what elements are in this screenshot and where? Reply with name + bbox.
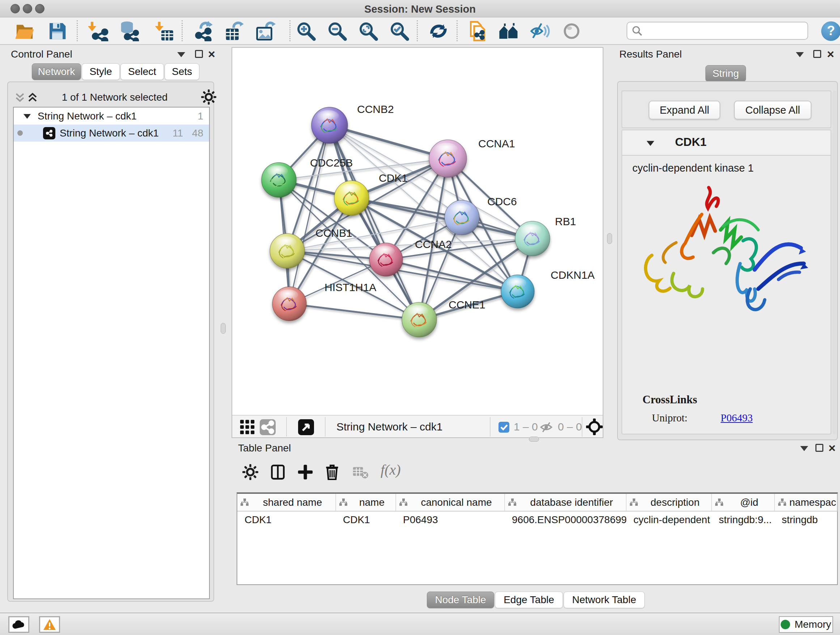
tab-node-table[interactable]: Node Table — [427, 592, 494, 608]
export-table-icon[interactable] — [224, 21, 245, 41]
search-input[interactable] — [627, 22, 808, 40]
collapse-all-icon[interactable] — [15, 92, 25, 103]
crosslink-value-link[interactable]: P06493 — [721, 432, 753, 434]
table-row[interactable]: CDK1 CDK1 P06493 9606.ENSP00000378699 cy… — [237, 511, 837, 528]
node-table-grid[interactable]: shared name name canonical name database… — [237, 494, 837, 528]
toolbar-separator — [289, 20, 291, 41]
column-header[interactable]: @id — [712, 494, 775, 511]
delete-table-icon[interactable] — [352, 466, 368, 479]
column-header[interactable]: shared name — [237, 494, 336, 511]
add-column-icon[interactable] — [297, 464, 313, 480]
tree-expand-icon[interactable] — [23, 113, 31, 119]
network-edge-rb1-ccna2[interactable] — [386, 239, 532, 260]
delete-column-icon[interactable] — [324, 464, 340, 480]
network-row-selected[interactable]: String Network – cdk1 11 48 — [14, 125, 209, 141]
open-session-icon[interactable] — [14, 21, 35, 41]
left-splitter-handle[interactable] — [221, 323, 226, 334]
results-panel-float-icon[interactable] — [813, 50, 821, 58]
network-node-ccne1[interactable] — [402, 302, 437, 337]
function-builder-icon[interactable]: f(x) — [381, 461, 401, 478]
network-node-ccnb2[interactable] — [311, 107, 347, 143]
results-panel-menu-icon[interactable] — [796, 52, 804, 57]
column-header[interactable]: description — [626, 494, 712, 511]
export-image-icon[interactable] — [256, 21, 276, 41]
network-node-cdk1[interactable] — [334, 181, 369, 215]
column-header[interactable]: namespac — [775, 494, 837, 511]
save-session-icon[interactable] — [47, 21, 67, 41]
table-panel-close-icon[interactable]: × — [829, 443, 836, 453]
show-columns-icon[interactable] — [270, 464, 286, 480]
crosslink-value-link[interactable]: P06493 — [721, 412, 753, 424]
zoom-fit-icon[interactable] — [358, 21, 378, 41]
tab-style[interactable]: Style — [82, 63, 120, 80]
network-share-view-icon[interactable] — [260, 419, 276, 435]
import-network-database-icon[interactable] — [119, 21, 140, 41]
network-node-cdc25b[interactable] — [262, 163, 296, 197]
column-header[interactable]: database identifier — [505, 494, 626, 511]
warning-button[interactable] — [39, 616, 60, 633]
right-splitter-handle[interactable] — [607, 233, 612, 244]
zoom-selected-icon[interactable] — [389, 21, 409, 41]
zoom-out-icon[interactable] — [327, 21, 347, 41]
refresh-icon[interactable] — [428, 21, 448, 41]
network-node-ccnb1[interactable] — [270, 233, 305, 268]
toolbar-separator — [325, 417, 325, 437]
network-node-hist1h1a[interactable] — [272, 287, 306, 321]
results-scrollbar[interactable] — [833, 90, 836, 434]
horizontal-splitter-handle[interactable] — [529, 437, 539, 442]
network-node-ccna2[interactable] — [369, 243, 403, 276]
import-network-file-icon[interactable] — [88, 21, 109, 41]
network-node-cdkn1a[interactable] — [501, 275, 534, 308]
tab-select[interactable]: Select — [120, 63, 164, 80]
network-node-rb1[interactable] — [515, 221, 550, 256]
zoom-in-icon[interactable] — [296, 21, 316, 41]
tab-string[interactable]: String — [706, 65, 746, 82]
expand-all-button[interactable]: Expand All — [649, 101, 720, 119]
tab-network[interactable]: Network — [32, 63, 81, 80]
column-header[interactable]: canonical name — [396, 494, 505, 511]
memory-button[interactable]: Memory — [779, 616, 833, 633]
selected-checkbox-icon[interactable] — [499, 422, 509, 432]
network-edge-ccnb2-hist1h1a[interactable] — [289, 125, 330, 304]
network-collection-row[interactable]: String Network – cdk1 1 — [14, 108, 209, 125]
share-document-icon[interactable] — [467, 21, 488, 41]
control-panel-float-icon[interactable] — [195, 50, 203, 58]
network-canvas[interactable]: CCNB2CCNA1CDC25BCDK1CDC6RB1CCNB1CCNA2CDK… — [232, 48, 603, 415]
toolbar-separator — [456, 20, 458, 41]
gear-icon[interactable] — [201, 89, 216, 105]
network-node-ccna1[interactable] — [429, 140, 467, 177]
tab-network-table[interactable]: Network Table — [564, 592, 645, 608]
column-header[interactable]: name — [336, 494, 396, 511]
control-panel-close-icon[interactable]: × — [208, 49, 215, 59]
network-selected-summary: 1 of 1 Network selected — [44, 92, 185, 103]
birds-eye-view-icon[interactable] — [298, 419, 314, 435]
title-bar: Session: New Session — [0, 0, 840, 17]
hidden-eye-icon[interactable] — [539, 421, 554, 434]
import-table-icon[interactable] — [154, 21, 174, 41]
hide-panel-eye-icon[interactable] — [530, 21, 550, 41]
control-panel-menu-icon[interactable] — [177, 52, 185, 57]
grid-view-icon[interactable] — [240, 419, 256, 435]
cloud-button[interactable] — [8, 616, 29, 633]
results-panel-close-icon[interactable]: × — [827, 49, 834, 59]
help-button[interactable]: ? — [821, 21, 840, 41]
home-icon[interactable] — [499, 21, 519, 41]
control-panel: Control Panel × Network Style Select Set… — [4, 47, 217, 604]
tab-edge-table[interactable]: Edge Table — [495, 592, 563, 608]
collapse-entry-icon[interactable] — [646, 140, 655, 147]
node-label-rb1: RB1 — [555, 215, 576, 227]
string-results-content: Expand All Collapse All CDK1 cyclin-depe… — [617, 81, 838, 440]
network-edge-ccne1-hist1h1a[interactable] — [289, 304, 419, 320]
table-panel-menu-icon[interactable] — [800, 446, 808, 451]
cdk1-header-row[interactable]: CDK1 — [622, 130, 831, 156]
show-eye-icon[interactable] — [561, 21, 582, 41]
table-gear-icon[interactable] — [242, 464, 258, 480]
table-panel-float-icon[interactable] — [815, 444, 823, 452]
tab-sets[interactable]: Sets — [164, 63, 199, 80]
network-node-cdc6[interactable] — [445, 200, 479, 235]
collapse-all-button[interactable]: Collapse All — [734, 101, 812, 119]
export-network-icon[interactable] — [193, 21, 213, 41]
expand-all-icon[interactable] — [28, 92, 37, 103]
fit-selected-crosshair-icon[interactable] — [586, 418, 603, 435]
collection-count: 1 — [197, 111, 203, 122]
